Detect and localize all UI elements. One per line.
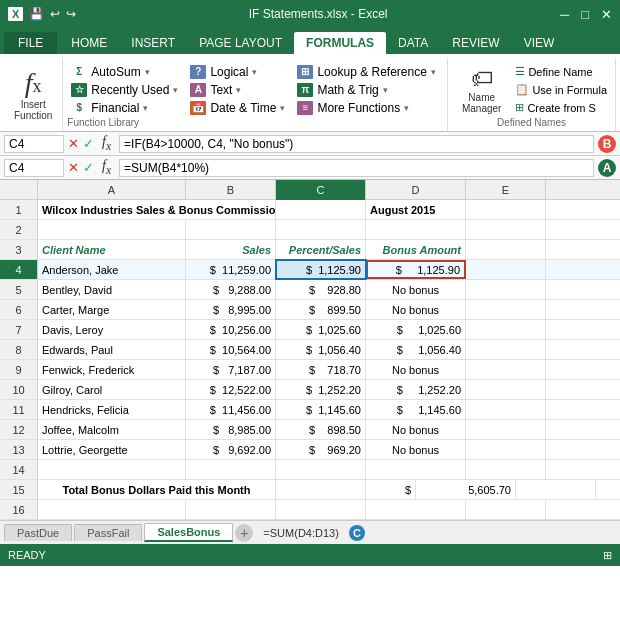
cell-e8[interactable]	[466, 340, 546, 359]
cell-b5[interactable]: $ 9,288.00	[186, 280, 276, 299]
math-button[interactable]: π Math & Trig ▾	[293, 82, 439, 98]
sheet-tab-salesbonus[interactable]: SalesBonus	[144, 523, 233, 542]
cell-a8[interactable]: Edwards, Paul	[38, 340, 186, 359]
cell-b8[interactable]: $ 10,564.00	[186, 340, 276, 359]
use-in-formula-button[interactable]: 📋 Use in Formula	[513, 82, 609, 97]
cancel-formula-icon-2[interactable]: ✕	[68, 160, 79, 175]
cell-c5[interactable]: $ 928.80	[276, 280, 366, 299]
cell-a11[interactable]: Hendricks, Felicia	[38, 400, 186, 419]
cell-a6[interactable]: Carter, Marge	[38, 300, 186, 319]
recently-used-button[interactable]: ☆ Recently Used ▾	[67, 82, 182, 98]
cell-e9[interactable]	[466, 360, 546, 379]
cell-e6[interactable]	[466, 300, 546, 319]
cell-d16[interactable]	[366, 500, 466, 519]
cell-a9[interactable]: Fenwick, Frederick	[38, 360, 186, 379]
create-from-button[interactable]: ⊞ Create from S	[513, 100, 609, 115]
cell-d8[interactable]: $ 1,056.40	[366, 340, 466, 359]
cell-a3[interactable]: Client Name	[38, 240, 186, 259]
cell-a12[interactable]: Joffee, Malcolm	[38, 420, 186, 439]
cell-e2[interactable]	[466, 220, 546, 239]
cell-d10[interactable]: $ 1,252.20	[366, 380, 466, 399]
cell-d1[interactable]: August 2015	[366, 200, 466, 219]
cell-d3[interactable]: Bonus Amount	[366, 240, 466, 259]
cell-c11[interactable]: $ 1,145.60	[276, 400, 366, 419]
cell-e5[interactable]	[466, 280, 546, 299]
cell-b2[interactable]	[186, 220, 276, 239]
cell-b3[interactable]: Sales	[186, 240, 276, 259]
text-button[interactable]: A Text ▾	[186, 82, 289, 98]
formula-input-1[interactable]: =IF(B4>10000, C4, "No bonus")	[119, 135, 594, 153]
minimize-icon[interactable]: ─	[560, 7, 569, 22]
cell-d9[interactable]: No bonus	[366, 360, 466, 379]
cell-a13[interactable]: Lottrie, Georgette	[38, 440, 186, 459]
cell-c7[interactable]: $ 1,025.60	[276, 320, 366, 339]
confirm-formula-icon[interactable]: ✓	[83, 136, 94, 151]
cell-c2[interactable]	[276, 220, 366, 239]
cell-c9[interactable]: $ 718.70	[276, 360, 366, 379]
cell-d11[interactable]: $ 1,145.60	[366, 400, 466, 419]
tab-home[interactable]: HOME	[59, 32, 119, 54]
cell-e13[interactable]	[466, 440, 546, 459]
cell-a15[interactable]: Total Bonus Dollars Paid this Month	[38, 480, 276, 499]
quick-save-icon[interactable]: 💾	[29, 7, 44, 21]
undo-icon[interactable]: ↩	[50, 7, 60, 21]
cell-b11[interactable]: $ 11,456.00	[186, 400, 276, 419]
cell-d13[interactable]: No bonus	[366, 440, 466, 459]
col-header-c[interactable]: C	[276, 180, 366, 200]
cell-d15-dollar[interactable]: $	[366, 480, 416, 499]
close-icon[interactable]: ✕	[601, 7, 612, 22]
cell-e12[interactable]	[466, 420, 546, 439]
cell-d14[interactable]	[366, 460, 466, 479]
cell-a2[interactable]	[38, 220, 186, 239]
col-header-d[interactable]: D	[366, 180, 466, 200]
cell-d5[interactable]: No bonus	[366, 280, 466, 299]
cell-d2[interactable]	[366, 220, 466, 239]
cell-c6[interactable]: $ 899.50	[276, 300, 366, 319]
tab-view[interactable]: VIEW	[512, 32, 567, 54]
cell-b13[interactable]: $ 9,692.00	[186, 440, 276, 459]
cell-b6[interactable]: $ 8,995.00	[186, 300, 276, 319]
col-header-a[interactable]: A	[38, 180, 186, 200]
cell-e15[interactable]	[516, 480, 596, 499]
cell-a1[interactable]: Wilcox Industries Sales & Bonus Commissi…	[38, 200, 276, 219]
cell-e4[interactable]	[466, 260, 546, 279]
more-functions-button[interactable]: ≡ More Functions ▾	[293, 100, 439, 116]
cell-e7[interactable]	[466, 320, 546, 339]
cancel-formula-icon[interactable]: ✕	[68, 136, 79, 151]
maximize-icon[interactable]: □	[581, 7, 589, 22]
datetime-button[interactable]: 📅 Date & Time ▾	[186, 100, 289, 116]
col-header-e[interactable]: E	[466, 180, 546, 200]
cell-ref-1[interactable]: C4	[4, 135, 64, 153]
cell-d12[interactable]: No bonus	[366, 420, 466, 439]
add-sheet-button[interactable]: +	[235, 524, 253, 542]
cell-c14[interactable]	[276, 460, 366, 479]
cell-b16[interactable]	[186, 500, 276, 519]
cell-e11[interactable]	[466, 400, 546, 419]
redo-icon[interactable]: ↪	[66, 7, 76, 21]
cell-a14[interactable]	[38, 460, 186, 479]
cell-b7[interactable]: $ 10,256.00	[186, 320, 276, 339]
cell-c15[interactable]	[276, 480, 366, 499]
tab-review[interactable]: REVIEW	[440, 32, 511, 54]
cell-c8[interactable]: $ 1,056.40	[276, 340, 366, 359]
cell-c12[interactable]: $ 898.50	[276, 420, 366, 439]
tab-pagelayout[interactable]: PAGE LAYOUT	[187, 32, 294, 54]
cell-c4[interactable]: $ 1,125.90	[276, 260, 366, 279]
cell-a4[interactable]: Anderson, Jake	[38, 260, 186, 279]
col-header-b[interactable]: B	[186, 180, 276, 200]
cell-a16[interactable]	[38, 500, 186, 519]
lookup-button[interactable]: ⊞ Lookup & Reference ▾	[293, 64, 439, 80]
tab-formulas[interactable]: FORMULAS	[294, 32, 386, 54]
cell-b14[interactable]	[186, 460, 276, 479]
cell-d15[interactable]: 5,605.70	[416, 480, 516, 499]
cell-d7[interactable]: $ 1,025.60	[366, 320, 466, 339]
cell-c1[interactable]	[276, 200, 366, 219]
financial-button[interactable]: $ Financial ▾	[67, 100, 182, 116]
autosum-button[interactable]: Σ AutoSum ▾	[67, 64, 182, 80]
cell-a7[interactable]: Davis, Leroy	[38, 320, 186, 339]
tab-insert[interactable]: INSERT	[119, 32, 187, 54]
cell-e3[interactable]	[466, 240, 546, 259]
cell-e14[interactable]	[466, 460, 546, 479]
cell-a10[interactable]: Gilroy, Carol	[38, 380, 186, 399]
logical-button[interactable]: ? Logical ▾	[186, 64, 289, 80]
